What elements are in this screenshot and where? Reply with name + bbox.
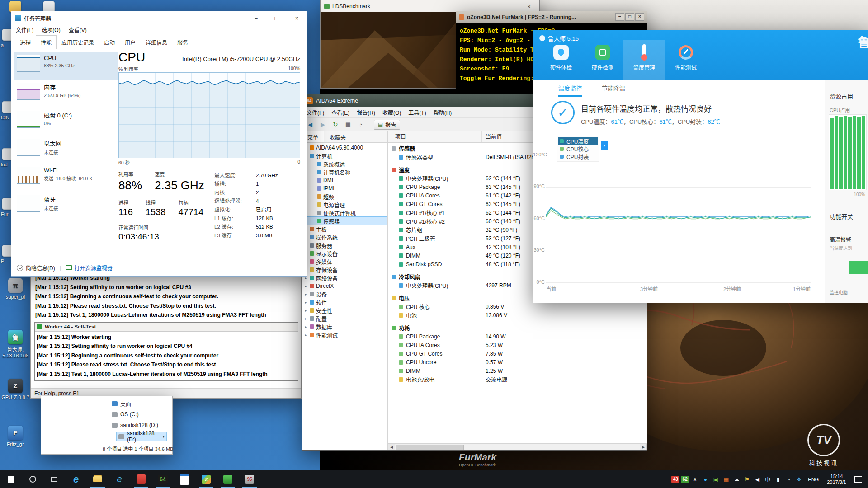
- tray-network-icon[interactable]: ◔: [784, 474, 793, 485]
- maximize-button[interactable]: □: [625, 13, 634, 21]
- desktop-icon[interactable]: 鲁 鲁大师. 5.13.16.108: [1, 330, 30, 358]
- desktop-icon[interactable]: π super_pi: [1, 278, 30, 300]
- taskbar-app-worker[interactable]: [217, 470, 239, 488]
- tree-expander[interactable]: ▸: [304, 317, 308, 321]
- high-temp-alarm[interactable]: 高温报警: [830, 235, 851, 243]
- sensor-row[interactable]: 电池 13.086 V: [388, 311, 647, 319]
- tree-expander[interactable]: ▸: [304, 325, 308, 329]
- tree-expander[interactable]: ▸: [304, 292, 308, 296]
- taskbar-app-calendar[interactable]: [174, 470, 195, 488]
- aida-tree-item[interactable]: ▸ 操作系统: [302, 233, 387, 241]
- explorer-nav-item[interactable]: OS (C:): [112, 409, 172, 420]
- sensor-row[interactable]: CPU Package 14.90 W: [388, 332, 647, 341]
- legend-item[interactable]: CPU温度: [558, 137, 598, 145]
- taskmgr-tab[interactable]: 进程: [15, 35, 36, 49]
- horizontal-scrollbar[interactable]: ◀ ▶: [388, 443, 647, 450]
- taskmgr-tab[interactable]: 服务: [172, 35, 193, 49]
- scrollbar-thumb[interactable]: [396, 445, 464, 450]
- refresh-icon[interactable]: ↻: [330, 119, 341, 130]
- minimize-button[interactable]: −: [246, 11, 266, 25]
- tray-ludashi-icon[interactable]: ●: [701, 474, 710, 485]
- open-resource-monitor-link[interactable]: 打开资源监视器: [66, 264, 113, 272]
- taskbar-app-aida64[interactable]: 64: [152, 470, 174, 488]
- menu-item[interactable]: 查看(E): [331, 108, 349, 116]
- explorer-nav-item[interactable]: sandisk128 (D:): [112, 420, 172, 431]
- tray-ime-icon[interactable]: 中: [763, 474, 772, 485]
- legend-item[interactable]: CPU核心: [558, 145, 598, 153]
- menu-item[interactable]: 选项(O): [42, 26, 60, 33]
- taskmgr-sidebar-item[interactable]: CPU 88% 2.35 GHz: [14, 52, 118, 80]
- taskbar-app-prime95[interactable]: 95: [239, 470, 260, 488]
- task-manager-window[interactable]: 任务管理器 − □ × 文件(F)选项(O)查看(V) 进程性能应用历史记录启动…: [11, 11, 307, 277]
- taskmgr-sidebar-item[interactable]: Wi-Fi 发送: 16.0 接收: 64.0 K: [14, 164, 118, 192]
- maximize-button[interactable]: □: [266, 11, 287, 25]
- sensor-row[interactable]: CPU Uncore 0.57 W: [388, 358, 647, 366]
- tree-expander[interactable]: ▸: [304, 284, 308, 288]
- taskbar-app-red-icon[interactable]: [130, 470, 152, 488]
- legend-item[interactable]: CPU封装: [558, 153, 598, 160]
- explorer-nav-item[interactable]: 桌面: [112, 398, 172, 409]
- fewer-details-toggle[interactable]: 简略信息(D): [17, 264, 55, 272]
- panel-tab[interactable]: 收藏夹: [324, 131, 351, 142]
- sensor-row[interactable]: DIMM 1.25 W: [388, 366, 647, 375]
- cortana-button[interactable]: [22, 470, 43, 488]
- tray-gpuz-icon[interactable]: ▣: [711, 474, 720, 485]
- ludashi-nav-item[interactable]: 温度管理: [623, 40, 665, 80]
- aida-tree-item[interactable]: ▸ 主板: [302, 225, 387, 233]
- aida-tree-item[interactable]: ▸ 多媒体: [302, 258, 387, 266]
- aida-tree-item[interactable]: 便携式计算机: [302, 209, 387, 217]
- sensor-row[interactable]: 功耗: [388, 324, 647, 332]
- taskmgr-titlebar[interactable]: 任务管理器 − □ ×: [11, 11, 307, 25]
- aida-tree-item[interactable]: ▸ 软件: [302, 298, 387, 306]
- taskmgr-tab[interactable]: 详细信息: [141, 35, 172, 49]
- ludashi-tab[interactable]: 节能降温: [602, 80, 625, 97]
- sensor-row[interactable]: CPU IA Cores 5.23 W: [388, 341, 647, 349]
- ludashi-tab[interactable]: 温度监控: [558, 80, 582, 97]
- clock[interactable]: 15:14 2017/3/1: [823, 474, 850, 485]
- aida-tree-item[interactable]: ▸ 性能测试: [302, 331, 387, 339]
- taskmgr-sidebar-item[interactable]: 蓝牙 未连接: [14, 192, 118, 220]
- start-button[interactable]: [0, 470, 22, 488]
- tray-security-icon[interactable]: ⚑: [742, 474, 751, 485]
- panels-icon[interactable]: ▦: [343, 119, 354, 130]
- ludashi-window[interactable]: 鲁大师 5.15 硬件体检 硬件检测 温度管: [533, 30, 868, 303]
- close-button[interactable]: ×: [522, 3, 536, 10]
- aida-tree-item[interactable]: ▸ 数据库: [302, 323, 387, 331]
- menu-item[interactable]: 文件(F): [307, 108, 324, 116]
- menu-item[interactable]: 工具(T): [408, 108, 426, 116]
- prime95-window[interactable]: [Mar 1 15:12] Worker starting[Mar 1 15:1…: [30, 270, 302, 399]
- tray-onedrive-icon[interactable]: ☁: [732, 474, 741, 485]
- scroll-right-icon[interactable]: ▶: [640, 444, 647, 450]
- explorer-window[interactable]: 桌面 OS (C:) sandisk128 (D:) sandisk128 (D…: [41, 396, 173, 455]
- aida-tree-item[interactable]: ▾ 计算机: [302, 152, 387, 160]
- task-view-button[interactable]: [43, 470, 65, 488]
- menu-item[interactable]: 收藏(O): [382, 108, 401, 116]
- taskbar-app-explorer[interactable]: [87, 470, 108, 488]
- aida-tree-item[interactable]: ▸ 配置: [302, 314, 387, 323]
- tray-temp-badge-red[interactable]: 43: [671, 476, 679, 483]
- ludashi-nav-item[interactable]: 硬件体检: [540, 40, 582, 80]
- aida-tree-item[interactable]: 电源管理: [302, 201, 387, 209]
- taskbar-app-gpuz[interactable]: Z: [195, 470, 217, 488]
- tray-temp-badge-green[interactable]: 62: [681, 476, 689, 483]
- worker4-titlebar[interactable]: Worker #4 - Self-Test: [35, 323, 298, 332]
- action-center-button[interactable]: [851, 476, 865, 483]
- aida-tree-item[interactable]: ▸ 设备: [302, 290, 387, 298]
- worker4-window[interactable]: Worker #4 - Self-Test [Mar 1 15:12] Work…: [34, 322, 298, 381]
- tray-aida-icon[interactable]: ▦: [722, 474, 731, 485]
- sensor-row[interactable]: 电池充/放电 交流电源: [388, 375, 647, 384]
- tray-show-hidden-icon[interactable]: ∧: [690, 474, 699, 485]
- aida-tree-item[interactable]: ▸ 显示设备: [302, 249, 387, 258]
- tree-expander[interactable]: ▸: [304, 300, 308, 305]
- aida-tree-item[interactable]: DMI: [302, 176, 387, 184]
- aida-tree-item[interactable]: 超频: [302, 192, 387, 201]
- legend-next-button[interactable]: ›: [601, 141, 608, 150]
- sensor-row[interactable]: CPU GT Cores 7.85 W: [388, 349, 647, 358]
- tray-bluetooth-icon[interactable]: ❖: [794, 474, 803, 485]
- aida-tree-item[interactable]: ▸ 服务器: [302, 241, 387, 249]
- desktop-icon[interactable]: F Fritz_gr: [1, 426, 30, 447]
- location-combo[interactable]: sandisk128 (D:) ▾: [116, 432, 167, 441]
- ludashi-nav-item[interactable]: 硬件检测: [582, 40, 623, 80]
- taskmgr-tab[interactable]: 启动: [99, 35, 120, 49]
- tray-speaker-icon[interactable]: ◀: [753, 474, 762, 485]
